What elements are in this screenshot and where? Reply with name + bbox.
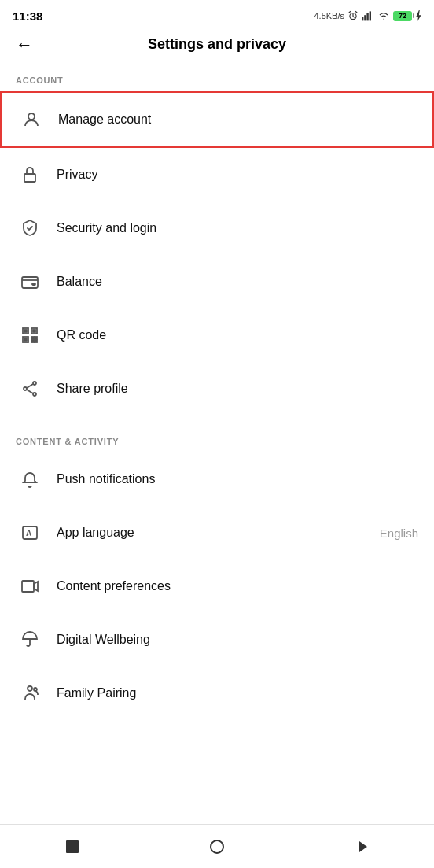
- shield-icon: [16, 214, 44, 242]
- svg-line-22: [27, 384, 33, 388]
- svg-rect-4: [370, 11, 371, 20]
- push-notifications-label: Push notifications: [57, 472, 418, 486]
- video-icon: [16, 572, 44, 600]
- account-section-label: ACCOUNT: [0, 61, 434, 91]
- svg-rect-26: [22, 581, 34, 592]
- svg-rect-29: [66, 840, 79, 853]
- svg-marker-31: [359, 841, 367, 852]
- circle-icon: [208, 838, 226, 855]
- svg-rect-2: [364, 15, 366, 20]
- back-button[interactable]: ←: [16, 35, 33, 55]
- header: ← Settings and privacy: [0, 28, 434, 61]
- svg-line-23: [27, 390, 33, 393]
- svg-rect-8: [32, 283, 35, 285]
- qr-code-label: QR code: [57, 328, 418, 342]
- nav-back-button[interactable]: [49, 831, 96, 862]
- security-login-label: Security and login: [57, 221, 418, 235]
- privacy-label: Privacy: [57, 168, 418, 182]
- section-divider: [0, 419, 434, 419]
- menu-item-digital-wellbeing[interactable]: Digital Wellbeing: [0, 613, 434, 667]
- svg-point-19: [33, 382, 36, 385]
- svg-rect-1: [362, 17, 363, 21]
- wifi-icon: [377, 10, 390, 21]
- signal-icon: [362, 10, 374, 21]
- wallet-icon: [16, 268, 44, 296]
- svg-text:A: A: [26, 529, 31, 537]
- network-speed: 4.5KB/s: [314, 11, 344, 20]
- content-preferences-label: Content preferences: [57, 579, 418, 593]
- battery-icon: 72: [393, 11, 412, 21]
- svg-point-21: [33, 393, 36, 396]
- bell-icon: [16, 465, 44, 493]
- family-pairing-label: Family Pairing: [57, 686, 418, 700]
- menu-item-privacy[interactable]: Privacy: [0, 148, 434, 201]
- svg-rect-7: [22, 277, 38, 288]
- menu-item-family-pairing[interactable]: Family Pairing: [0, 667, 434, 720]
- svg-rect-12: [24, 330, 27, 332]
- share-profile-label: Share profile: [57, 382, 418, 396]
- svg-rect-3: [366, 13, 368, 21]
- person-icon: [17, 105, 46, 134]
- bottom-nav: [0, 824, 434, 868]
- nav-home-button[interactable]: [193, 831, 241, 862]
- lock-icon: [16, 161, 44, 189]
- digital-wellbeing-label: Digital Wellbeing: [57, 633, 418, 647]
- share-icon: [16, 375, 44, 403]
- menu-item-manage-account[interactable]: Manage account: [0, 91, 434, 148]
- content-activity-section: CONTENT & ACTIVITY Push notifications A …: [0, 423, 434, 720]
- menu-item-content-preferences[interactable]: Content preferences: [0, 560, 434, 613]
- qr-code-icon: [16, 321, 44, 349]
- svg-rect-13: [33, 330, 35, 332]
- account-section: ACCOUNT Manage account Privacy Secu: [0, 61, 434, 416]
- app-language-label: App language: [57, 526, 380, 540]
- family-icon: [16, 679, 44, 707]
- alarm-icon: [348, 10, 359, 21]
- square-icon: [64, 838, 81, 855]
- svg-point-28: [34, 688, 37, 691]
- umbrella-icon: [16, 626, 44, 654]
- svg-point-5: [28, 113, 35, 120]
- menu-item-balance[interactable]: Balance: [0, 255, 434, 308]
- menu-item-app-language[interactable]: A App language English: [0, 506, 434, 560]
- svg-rect-18: [35, 337, 37, 339]
- svg-rect-6: [24, 174, 35, 182]
- svg-rect-17: [31, 340, 34, 342]
- menu-item-share-profile[interactable]: Share profile: [0, 362, 434, 416]
- language-icon: A: [16, 519, 44, 547]
- triangle-icon: [353, 838, 370, 855]
- status-icons: 4.5KB/s 72: [314, 10, 421, 21]
- menu-item-push-notifications[interactable]: Push notifications: [0, 452, 434, 506]
- balance-label: Balance: [57, 275, 418, 289]
- svg-point-27: [28, 686, 32, 691]
- charging-icon: [415, 10, 421, 21]
- app-language-value: English: [380, 526, 418, 540]
- svg-rect-15: [31, 337, 34, 339]
- page-title: Settings and privacy: [148, 36, 286, 53]
- nav-recents-button[interactable]: [338, 831, 385, 862]
- status-bar: 11:38 4.5KB/s 72: [0, 0, 434, 28]
- status-time: 11:38: [13, 9, 42, 23]
- manage-account-label: Manage account: [58, 113, 417, 127]
- menu-item-security-login[interactable]: Security and login: [0, 201, 434, 255]
- svg-rect-16: [35, 340, 37, 342]
- svg-point-30: [211, 840, 223, 853]
- content-activity-section-label: CONTENT & ACTIVITY: [0, 423, 434, 452]
- menu-item-qr-code[interactable]: QR code: [0, 308, 434, 362]
- svg-point-20: [24, 387, 27, 390]
- svg-rect-14: [24, 338, 27, 341]
